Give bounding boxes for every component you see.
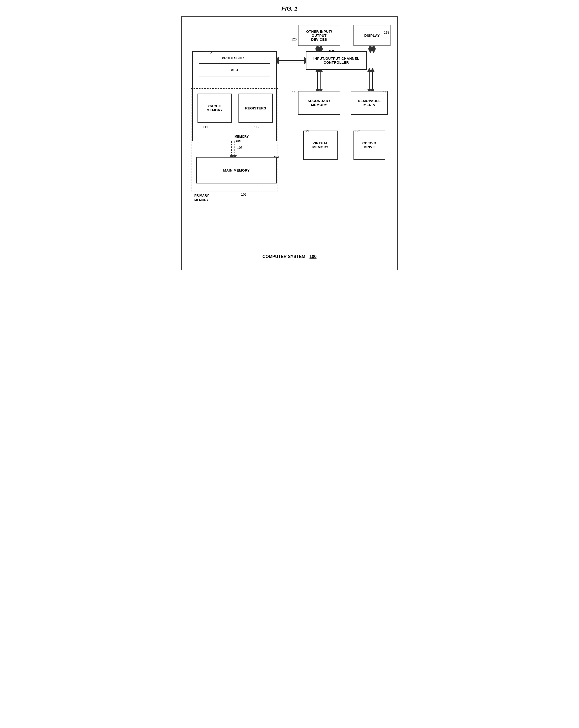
page-title: FIG. 1: [281, 5, 297, 12]
other-io-ref: 120: [291, 37, 297, 41]
virtual-memory-box: VIRTUAL MEMORY: [303, 131, 337, 160]
alu-box: ALU: [199, 63, 270, 76]
virtual-memory-ref: 121: [304, 129, 309, 133]
primary-memory-label: PRIMARY MEMORY: [194, 193, 209, 203]
cddvd-ref: 122: [355, 129, 360, 133]
processor-ref-arrow: ↗: [209, 51, 212, 55]
diagram-container: PROCESSOR 102 ↗ ALU CACHE MEMORY 111 REG…: [181, 17, 398, 270]
computer-system-label: COMPUTER SYSTEM 100: [262, 254, 317, 259]
secondary-memory-box: SECONDARY MEMORY: [298, 91, 340, 115]
removable-media-box: REMOVABLE MEDIA: [351, 91, 388, 115]
processor-label: PROCESSOR: [222, 56, 244, 60]
removable-media-ref: 116: [383, 90, 388, 94]
io-controller-ref: 108: [329, 49, 334, 53]
display-box: DISPLAY: [353, 25, 391, 46]
io-controller-box: INPUT/OUTPUT CHANNEL CONTROLLER: [306, 51, 367, 70]
memory-bus-label: MEMORY BUS: [234, 134, 249, 144]
display-ref: 118: [384, 31, 389, 34]
cddvd-box: CD/DVD DRIVE: [353, 131, 385, 160]
memory-bus-ref: 106: [237, 146, 243, 150]
main-memory-box: MAIN MEMORY: [196, 157, 277, 183]
other-io-box: OTHER INPUT/ OUTPUT DEVICES: [298, 25, 340, 46]
secondary-memory-ref: 110: [292, 90, 297, 94]
primary-memory-ref: 109: [241, 193, 246, 197]
